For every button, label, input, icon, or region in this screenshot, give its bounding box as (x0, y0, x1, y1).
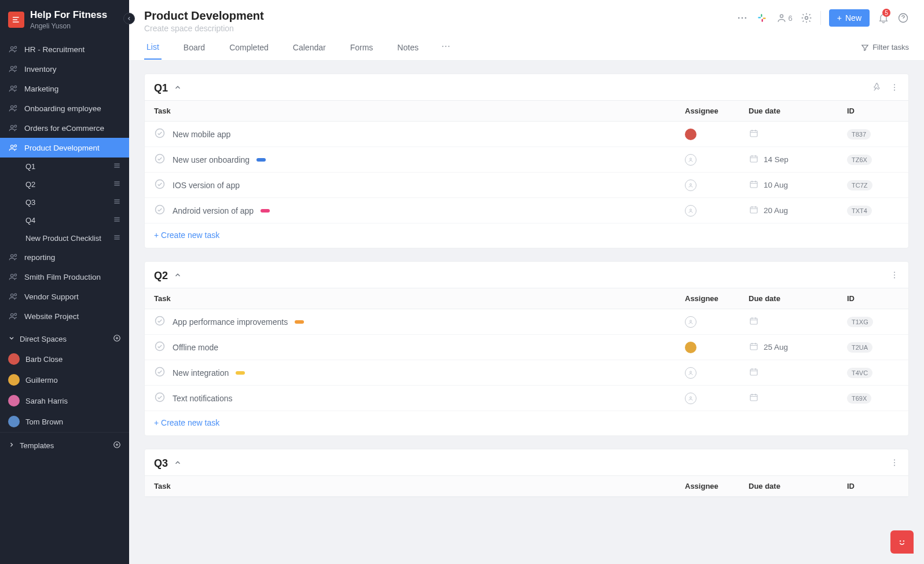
task-row[interactable]: Text notificationsT69X (145, 386, 908, 411)
direct-space-item[interactable]: Tom Brown (0, 411, 129, 432)
more-tabs-icon[interactable] (441, 41, 451, 60)
direct-space-item[interactable]: Guillermo (0, 369, 129, 390)
add-direct-space-icon[interactable] (113, 334, 121, 344)
due-date-cell[interactable]: 14 Sep (749, 153, 847, 166)
sidebar-space-item[interactable]: Vendor Support (0, 287, 129, 306)
space-description-placeholder[interactable]: Create space description (144, 24, 264, 33)
new-button[interactable]: + New (829, 9, 870, 27)
sidebar-space-item[interactable]: Marketing (0, 79, 129, 98)
calendar-icon[interactable] (749, 392, 759, 404)
sidebar-sublist-item[interactable]: New Product Checklist (0, 229, 129, 247)
help-icon[interactable] (897, 12, 909, 24)
view-tab[interactable]: Calendar (291, 43, 328, 59)
sidebar-sublist-item[interactable]: Q3 (0, 193, 129, 211)
direct-space-item[interactable]: Barb Close (0, 349, 129, 369)
calendar-icon[interactable] (749, 128, 759, 140)
unassigned-icon[interactable] (685, 180, 696, 191)
assignee-avatar[interactable] (685, 342, 696, 353)
filter-tasks-button[interactable]: Filter tasks (861, 43, 909, 58)
task-row[interactable]: New integrationT4VC (145, 360, 908, 386)
create-new-task-link[interactable]: + Create new task (145, 224, 908, 248)
current-user-name[interactable]: Angeli Yuson (30, 22, 107, 30)
templates-section[interactable]: Templates (0, 432, 129, 459)
complete-check-icon[interactable] (154, 178, 166, 192)
complete-check-icon[interactable] (154, 315, 166, 328)
task-row[interactable]: New mobile appT837 (145, 122, 908, 147)
due-date-cell[interactable]: 20 Aug (749, 204, 847, 217)
view-tab[interactable]: Forms (348, 43, 376, 59)
due-date-cell[interactable] (749, 316, 847, 328)
complete-check-icon[interactable] (154, 340, 166, 354)
chevron-down-icon (8, 335, 15, 343)
view-tab[interactable]: Notes (395, 43, 421, 59)
chat-fab-button[interactable] (890, 530, 914, 554)
sidebar-space-item[interactable]: Orders for eCommerce (0, 118, 129, 138)
view-tab[interactable]: Board (181, 43, 207, 59)
calendar-icon[interactable] (749, 316, 759, 328)
workspace-name[interactable]: Help For Fitness (30, 9, 107, 21)
share-button[interactable]: 6 (776, 12, 793, 24)
sidebar-space-item[interactable]: Inventory (0, 59, 129, 79)
unassigned-icon[interactable] (685, 154, 696, 166)
drag-grip-icon[interactable] (113, 162, 121, 171)
group-title: Q3 (154, 457, 168, 470)
complete-check-icon[interactable] (154, 204, 166, 217)
drag-grip-icon[interactable] (113, 197, 121, 207)
user-avatar (8, 416, 20, 427)
due-date-cell[interactable]: 10 Aug (749, 179, 847, 191)
direct-spaces-header[interactable]: Direct Spaces (0, 326, 129, 349)
due-date-cell[interactable]: 25 Aug (749, 341, 847, 353)
unassigned-icon[interactable] (685, 393, 696, 404)
task-row[interactable]: Android version of app20 AugTXT4 (145, 198, 908, 224)
notifications-bell-icon[interactable]: 5 (878, 12, 889, 24)
sidebar-sublist-item[interactable]: Q1 (0, 158, 129, 175)
task-row[interactable]: App performance improvementsT1XG (145, 309, 908, 335)
sidebar-space-item[interactable]: Product Development (0, 138, 129, 158)
sidebar-space-item[interactable]: Onboarding employee (0, 98, 129, 118)
more-options-icon[interactable] (736, 12, 748, 24)
svg-point-18 (11, 314, 14, 317)
complete-check-icon[interactable] (154, 391, 166, 405)
sidebar-space-item[interactable]: Website Project (0, 306, 129, 326)
sidebar-sublist-item[interactable]: Q2 (0, 175, 129, 193)
complete-check-icon[interactable] (154, 127, 166, 141)
task-row[interactable]: New user onboarding14 SepTZ6X (145, 147, 908, 173)
sidebar-space-item[interactable]: Smith Film Production (0, 267, 129, 287)
group-more-icon[interactable] (890, 458, 899, 469)
create-new-task-link[interactable]: + Create new task (145, 411, 908, 435)
collapse-group-icon[interactable] (174, 271, 182, 281)
add-template-icon[interactable] (113, 441, 121, 451)
direct-space-item[interactable]: Sarah Harris (0, 390, 129, 411)
svg-point-12 (11, 255, 14, 258)
view-tab[interactable]: Completed (227, 43, 271, 59)
calendar-icon[interactable] (749, 367, 759, 379)
settings-gear-icon[interactable] (801, 12, 812, 24)
view-tab[interactable]: List (144, 42, 162, 60)
due-date-cell[interactable] (749, 392, 847, 404)
task-row[interactable]: IOS version of app10 AugTC7Z (145, 173, 908, 198)
assignee-avatar[interactable] (685, 129, 696, 140)
group-more-icon[interactable] (890, 270, 899, 281)
collapse-sidebar-button[interactable] (123, 13, 135, 24)
collapse-group-icon[interactable] (174, 459, 182, 468)
drag-grip-icon[interactable] (113, 215, 121, 225)
pin-icon[interactable] (872, 83, 882, 94)
due-date-cell[interactable] (749, 128, 847, 140)
unassigned-icon[interactable] (685, 316, 696, 328)
drag-grip-icon[interactable] (113, 233, 121, 243)
due-date-cell[interactable] (749, 367, 847, 379)
task-row[interactable]: Offline mode25 AugT2UA (145, 335, 908, 360)
complete-check-icon[interactable] (154, 366, 166, 379)
collapse-group-icon[interactable] (174, 83, 182, 93)
content-scroll[interactable]: Q1TaskAssigneeDue dateIDNew mobile appT8… (129, 61, 924, 564)
unassigned-icon[interactable] (685, 367, 696, 379)
svg-point-51 (894, 277, 895, 279)
unassigned-icon[interactable] (685, 205, 696, 217)
complete-check-icon[interactable] (154, 153, 166, 166)
slack-icon[interactable] (756, 12, 768, 24)
drag-grip-icon[interactable] (113, 180, 121, 189)
sidebar-sublist-item[interactable]: Q4 (0, 211, 129, 229)
sidebar-space-item[interactable]: reporting (0, 247, 129, 267)
group-more-icon[interactable] (890, 83, 899, 94)
sidebar-space-item[interactable]: HR - Recruitment (0, 39, 129, 59)
